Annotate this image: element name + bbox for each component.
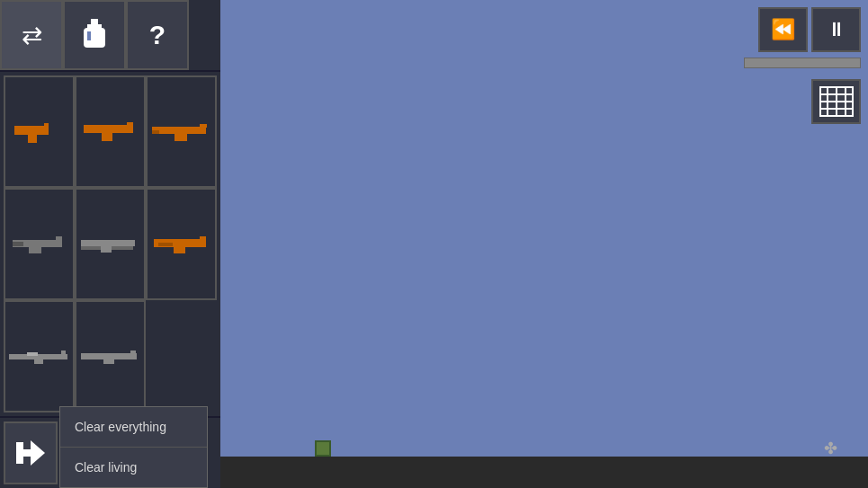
svg-rect-28 <box>27 352 38 356</box>
game-entity <box>315 440 331 457</box>
svg-rect-0 <box>91 19 98 24</box>
rewind-icon: ⏪ <box>771 18 795 41</box>
grid-toggle-button[interactable] <box>811 79 861 124</box>
exit-button[interactable] <box>4 421 58 484</box>
game-area[interactable]: ✤ <box>220 0 868 488</box>
bottle-icon <box>80 19 109 51</box>
svg-rect-8 <box>102 133 112 141</box>
weapon-cell-2[interactable] <box>75 75 146 188</box>
svg-rect-18 <box>81 240 135 246</box>
sidebar: ⇄ ? <box>0 0 220 488</box>
bottom-area: Clear everything Clear living <box>0 416 220 488</box>
bottle-button[interactable] <box>63 0 126 70</box>
svg-rect-31 <box>130 350 136 354</box>
svg-rect-22 <box>174 247 185 253</box>
smg-icon <box>84 120 138 143</box>
game-figure: ✤ <box>824 439 837 457</box>
svg-rect-16 <box>56 236 62 241</box>
svg-rect-13 <box>152 130 159 134</box>
assault-icon <box>154 235 210 254</box>
shotgun-icon <box>81 235 139 253</box>
svg-rect-17 <box>13 242 23 246</box>
pistol-icon <box>14 120 64 143</box>
svg-rect-7 <box>84 125 133 133</box>
weapon-cell-5[interactable] <box>75 188 146 300</box>
progress-bar <box>745 58 860 67</box>
weapon-cell-8[interactable] <box>75 300 146 413</box>
weapon-cell-3[interactable] <box>146 75 217 188</box>
clear-everything-button[interactable]: Clear everything <box>60 407 207 448</box>
machinegun-icon <box>13 235 67 254</box>
svg-rect-10 <box>152 127 206 134</box>
grid-icon <box>819 85 855 118</box>
svg-rect-15 <box>29 247 41 253</box>
weapon-cell-7[interactable] <box>4 300 75 413</box>
progress-bar-container[interactable] <box>744 58 861 68</box>
toolbar: ⇄ ? <box>0 0 220 72</box>
svg-rect-2 <box>84 28 105 48</box>
svg-rect-23 <box>200 236 206 240</box>
svg-rect-24 <box>158 243 173 246</box>
svg-rect-9 <box>127 122 133 127</box>
top-right-controls: ⏪ ⏸ <box>744 7 861 68</box>
rewind-button[interactable]: ⏪ <box>758 7 808 52</box>
svg-marker-33 <box>31 440 45 466</box>
svg-rect-6 <box>44 123 49 129</box>
pause-icon: ⏸ <box>827 18 846 41</box>
swap-button[interactable]: ⇄ <box>0 0 63 70</box>
svg-rect-12 <box>200 124 207 128</box>
context-menu: Clear everything Clear living <box>59 406 208 488</box>
weapon-cell-4[interactable] <box>4 188 75 300</box>
svg-rect-5 <box>28 135 37 143</box>
exit-icon <box>14 437 47 469</box>
svg-rect-25 <box>9 354 67 359</box>
question-icon: ? <box>149 20 166 50</box>
svg-rect-1 <box>87 24 102 28</box>
help-button[interactable]: ? <box>126 0 189 70</box>
clear-living-button[interactable]: Clear living <box>60 448 207 487</box>
svg-rect-4 <box>14 126 49 135</box>
svg-rect-29 <box>81 353 137 359</box>
svg-rect-20 <box>101 246 112 253</box>
playback-controls: ⏪ ⏸ <box>758 7 861 52</box>
weapon-cell-6[interactable] <box>146 188 217 300</box>
weapon-cell-1[interactable] <box>4 75 75 188</box>
svg-rect-27 <box>61 350 66 355</box>
weapon-grid <box>0 72 220 416</box>
assault-rifle-icon <box>152 122 210 142</box>
svg-rect-26 <box>34 359 43 364</box>
svg-rect-11 <box>174 134 187 141</box>
svg-rect-34 <box>16 442 23 464</box>
svg-rect-30 <box>103 359 114 364</box>
ground <box>220 457 868 488</box>
lmg-icon <box>81 350 139 364</box>
sniper-icon <box>9 350 70 364</box>
svg-rect-3 <box>87 31 91 40</box>
pause-button[interactable]: ⏸ <box>811 7 861 52</box>
